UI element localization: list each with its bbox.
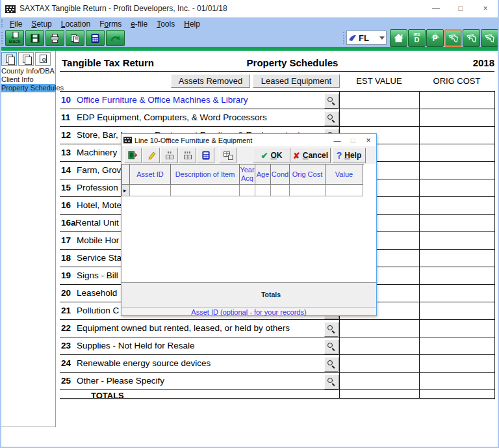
state-pen-icon [348,34,357,42]
title-bar: SAXTAX Tangible Return - Profit Develope… [0,0,499,18]
copy-button[interactable] [66,30,84,46]
p-label: P [432,34,437,43]
add-rows-button[interactable] [179,148,196,163]
toolbar-right-grip [343,32,345,44]
sidebar-item-client-info[interactable]: Client Info [0,75,55,84]
f-button[interactable]: F [463,29,480,47]
dialog-title: Line 10-Office Furniture & Equipment [134,137,329,144]
magnifier-icon [327,114,335,122]
toolbar-grip [1,32,3,44]
magnifier-icon [327,96,335,105]
value-header: Value [326,165,363,185]
sidebar-pages-button[interactable] [18,52,34,66]
ok-button[interactable]: ✔ OK [253,148,290,163]
lookup-button[interactable] [324,322,339,337]
sidebar-page-button[interactable] [1,52,17,66]
asset-id-cell[interactable] [130,185,171,196]
check-icon: ✔ [261,151,268,161]
age-cell[interactable] [255,185,271,196]
year-acq-cell[interactable] [240,185,255,196]
undo-arrow-icon [110,34,121,42]
home-icon [393,33,404,43]
percent-button[interactable]: % [481,29,498,47]
dialog-title-bar: Line 10-Office Furniture & Equipment — □… [122,134,376,146]
minimize-icon: — [334,137,341,144]
minimize-button[interactable]: — [424,0,448,18]
maximize-icon: □ [458,4,463,13]
magnifier-icon [327,360,335,368]
orig-cost-cell[interactable] [290,185,326,196]
magnifier-icon [327,342,335,350]
assets-removed-button[interactable]: Assets Removed [171,74,250,88]
p-button[interactable]: P [426,29,444,47]
sidebar: County Info/DBA Client Info Property Sch… [0,51,56,427]
value-cell[interactable] [326,185,363,196]
insert-row-button[interactable] [160,148,178,163]
save-icon [31,34,40,43]
sidebar-preview-button[interactable] [35,52,51,66]
header-rule [60,71,494,72]
magnifier-icon [327,377,335,386]
tangible-button-selected[interactable]: T [444,29,462,47]
lookup-button[interactable] [324,357,339,372]
asset-grid: Asset IDDescription of ItemYear AcqAgeCo… [122,164,376,282]
schedule-row: 24Renewable energy source devices [60,354,494,372]
sidebar-item-county-info[interactable]: County Info/DBA [0,67,55,75]
copy-pages-icon [70,34,80,43]
sidebar-item-property-schedules[interactable]: Property Schedules [0,84,55,92]
form-year: 2018 [429,57,494,68]
schedule-row: 11EDP Equipment, Computers, & Word Proce… [60,109,494,126]
cond-cell[interactable] [271,185,290,196]
selector-column-header [122,165,130,185]
edit-button[interactable] [142,148,160,163]
insert-row-icon [165,151,174,160]
home-button[interactable] [390,29,407,47]
lookup-button[interactable] [324,111,339,126]
lookup-button[interactable] [324,339,339,354]
close-button[interactable]: × [473,0,498,18]
calculator-button[interactable] [86,30,105,46]
est-value-header: EST VALUE [339,76,419,86]
green-separator [0,47,499,51]
question-icon: ? [337,150,342,161]
print-button[interactable] [45,30,64,46]
dialog-calculator-button[interactable] [197,148,214,163]
maximize-button[interactable]: □ [448,0,473,18]
dialog-maximize-button[interactable]: □ [345,137,361,144]
dropdown-arrow-icon [379,36,385,40]
dialog-close-button[interactable]: × [361,135,376,145]
copy-grid-button[interactable] [219,148,237,163]
dialog-totals-bar: Totals [122,282,376,308]
schedule-row: 25Other - Please Specify [60,372,494,389]
irs-d-button[interactable]: IRS D [408,29,426,47]
undo-button[interactable] [106,30,125,46]
lookup-button[interactable] [324,375,339,389]
close-icon: × [366,135,371,145]
florida-f-icon: F [465,33,478,44]
exit-button[interactable] [124,148,142,163]
printer-icon [50,34,60,43]
save-button[interactable] [25,30,44,46]
magnifier-icon [327,324,335,333]
help-button[interactable]: ? Help [332,148,366,163]
lookup-button[interactable] [324,94,339,109]
x-icon: ✘ [293,151,300,161]
description-cell[interactable] [171,185,240,196]
state-select[interactable]: FL [346,31,387,45]
row-selector-cell[interactable] [122,185,130,196]
app-logo-icon [5,4,16,14]
dialog-logo-icon [123,136,132,144]
state-value: FL [359,33,379,43]
leased-equipment-button[interactable]: Leased Equipment [253,74,340,88]
back-button[interactable]: Back [5,30,24,46]
svg-text:F: F [468,34,472,40]
maximize-icon: □ [351,137,355,144]
dialog-minimize-button[interactable]: — [329,137,345,144]
irs-d-label: D [415,36,420,44]
cancel-button[interactable]: ✘ Cancel [290,148,331,163]
totals-row: TOTALS [60,389,494,399]
florida-percent-icon: % [483,33,496,44]
add-rows-icon [183,151,192,160]
svg-text:%: % [486,36,490,40]
dialog-totals-label: Totals [232,291,310,298]
